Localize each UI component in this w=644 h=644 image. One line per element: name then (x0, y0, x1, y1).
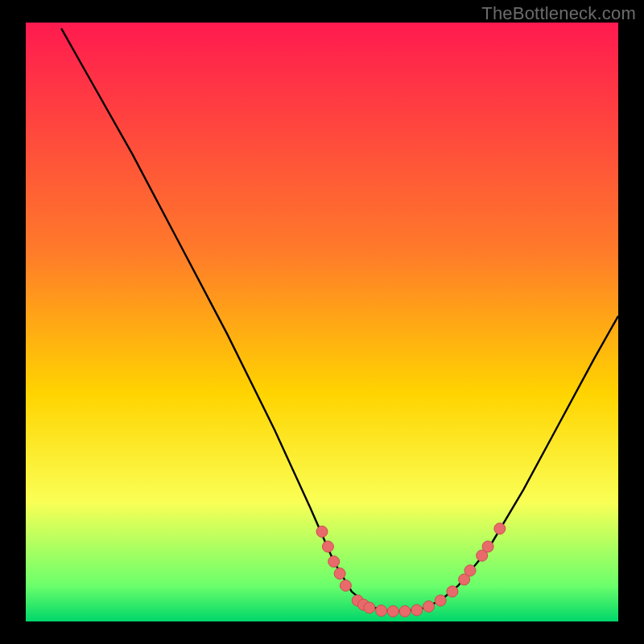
curve-marker (494, 523, 506, 535)
curve-marker (447, 586, 458, 597)
curve-marker (328, 556, 340, 568)
curve-marker (464, 565, 476, 576)
curve-marker (482, 541, 493, 552)
curve-marker (411, 605, 423, 616)
plot-area (26, 23, 618, 621)
curve-marker (423, 601, 435, 612)
curve-marker (387, 605, 398, 617)
bottleneck-curve-chart (26, 23, 618, 621)
curve-marker (364, 602, 375, 613)
chart-frame: TheBottleneck.com (0, 0, 644, 644)
curve-marker (322, 541, 333, 552)
curve-marker (334, 568, 345, 580)
curve-marker (316, 526, 328, 537)
watermark-text: TheBottleneck.com (481, 3, 636, 24)
curve-marker (435, 595, 446, 606)
curve-marker (340, 580, 351, 591)
curve-marker (399, 605, 411, 617)
curve-marker (376, 605, 387, 617)
